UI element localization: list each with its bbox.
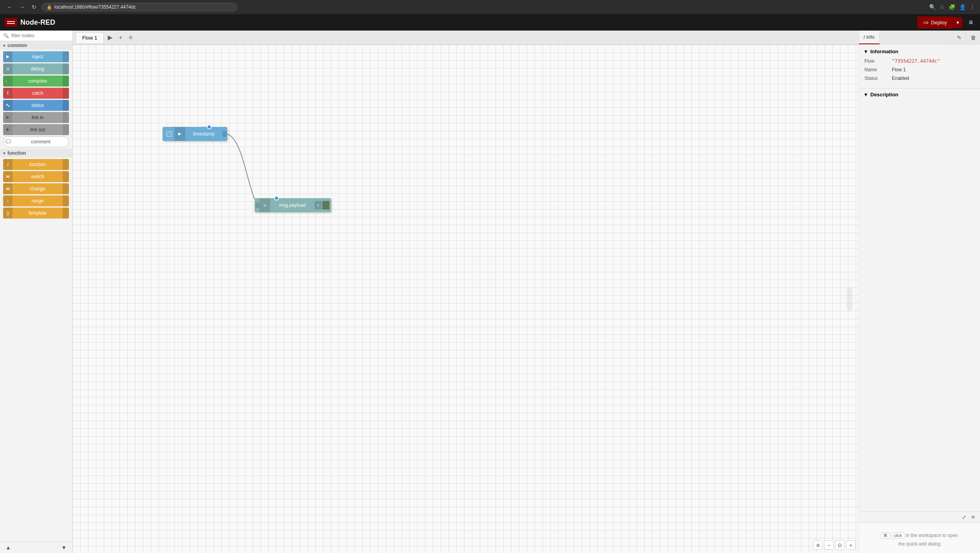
bookmark-icon[interactable]: ☆: [940, 4, 945, 10]
search-icon[interactable]: 🔍: [929, 4, 936, 10]
sidebar-node-comment[interactable]: comment: [3, 136, 69, 147]
app-name: Node-RED: [20, 18, 55, 27]
sidebar-filter[interactable]: 🔍: [0, 31, 72, 41]
complete-label: complete: [13, 78, 63, 84]
sidebar-node-link-in[interactable]: link in: [3, 112, 69, 123]
browser-menu-icon[interactable]: ⋮: [970, 4, 975, 10]
footer-content: ⌘ click in the workspace to open the qui…: [865, 532, 974, 547]
scroll-up-button[interactable]: ▲: [3, 544, 13, 551]
canvas[interactable]: timestamp ≡ msg.payload ≡: [72, 45, 859, 553]
debug-green-indicator: [322, 201, 329, 210]
scroll-down-button[interactable]: ▼: [59, 544, 69, 551]
delete-action-button[interactable]: 🗑: [966, 31, 980, 45]
zoom-in-button[interactable]: +: [846, 540, 855, 550]
app-menu-button[interactable]: ≡: [966, 17, 975, 28]
zoom-out-button[interactable]: −: [824, 540, 834, 550]
filter-icon: 🔍: [3, 33, 9, 38]
flow-tab-label: Flow 1: [82, 35, 97, 41]
svg-marker-3: [6, 128, 9, 131]
forward-button[interactable]: →: [17, 3, 27, 11]
category-common[interactable]: ▾ common: [0, 41, 72, 50]
template-label: template: [13, 210, 63, 216]
status-port-right: [63, 100, 69, 111]
profile-icon[interactable]: 👤: [959, 4, 966, 10]
canvas-fit-button[interactable]: ⊞: [813, 540, 823, 550]
svg-line-5: [7, 143, 7, 143]
category-common-label: common: [7, 43, 27, 48]
inject-icon: [3, 51, 13, 62]
right-panel-content: ▾ Information Flow "73554227.4474dc" Nam…: [859, 45, 980, 511]
sidebar-node-change[interactable]: change: [3, 183, 69, 194]
zoom-reset-button[interactable]: ⊙: [835, 540, 844, 550]
info-icon: i: [864, 34, 865, 40]
sidebar-node-link-out[interactable]: link out: [3, 124, 69, 135]
category-function-label: function: [7, 150, 26, 156]
extension-icon[interactable]: 🧩: [949, 4, 955, 10]
name-value: Flow 1: [892, 67, 906, 72]
footer-shortcut-line: ⌘ click in the workspace to open: [881, 532, 958, 539]
svg-marker-0: [6, 55, 9, 58]
change-icon: [3, 183, 13, 194]
category-function[interactable]: ▾ function: [0, 149, 72, 157]
tab-info-label: info: [866, 34, 875, 40]
debug-list-icon: ≡: [315, 201, 322, 210]
sidebar-node-inject[interactable]: inject: [3, 51, 69, 62]
template-port-right: [63, 208, 69, 219]
sidebar-node-catch[interactable]: ! catch: [3, 88, 69, 99]
refresh-button[interactable]: ↻: [30, 3, 38, 11]
link-out-icon: [3, 124, 13, 135]
change-label: change: [13, 186, 63, 192]
list-flows-button[interactable]: ≡: [127, 33, 135, 42]
sidebar-node-status[interactable]: status: [3, 100, 69, 111]
right-panel-resize: ⤢ ✕: [859, 511, 980, 522]
change-port-right: [63, 183, 69, 194]
sidebar-node-complete[interactable]: ! complete: [3, 76, 69, 87]
catch-port-right: [63, 88, 69, 99]
information-header[interactable]: ▾ Information: [864, 49, 975, 54]
deploy-dropdown-button[interactable]: ▾: [953, 17, 962, 28]
deploy-button[interactable]: ⇨ Deploy: [917, 16, 953, 29]
sidebar-node-range[interactable]: i range: [3, 195, 69, 206]
sidebar-node-template[interactable]: {} template: [3, 208, 69, 219]
right-panel: i info ✎ 🗑 ▾ Information Flow: [859, 31, 980, 553]
resize-close-button[interactable]: ✕: [969, 513, 977, 521]
range-icon: i: [3, 195, 13, 206]
link-in-label: link in: [13, 115, 63, 120]
timestamp-label: timestamp: [185, 131, 222, 137]
add-flow-button[interactable]: +: [116, 33, 125, 42]
common-node-list: inject ≡ debug ! complete ! catch: [0, 50, 72, 149]
description-section: ▾ Description: [859, 88, 980, 101]
flow-tab-flow1[interactable]: Flow 1: [76, 32, 104, 43]
link-out-port-right: [63, 124, 69, 135]
description-header[interactable]: ▾ Description: [864, 92, 975, 98]
flow-tabs: Flow 1 ▶ + ≡: [72, 31, 859, 45]
back-button[interactable]: ←: [5, 3, 14, 11]
debug-label: debug: [13, 66, 63, 72]
secure-icon: 🔒: [47, 5, 52, 10]
canvas-node-timestamp[interactable]: timestamp: [163, 127, 227, 141]
right-panel-tabs: i info ✎ 🗑: [859, 31, 980, 45]
browser-icons: 🔍 ☆ 🧩 👤 ⋮: [929, 4, 975, 10]
chevron-down-icon-info: ▾: [864, 49, 867, 54]
sidebar-node-switch[interactable]: switch: [3, 171, 69, 182]
status-value: Enabled: [892, 76, 909, 81]
debug-icon: ≡: [3, 63, 13, 74]
resize-expand-button[interactable]: ⤢: [960, 513, 968, 521]
info-row-name: Name Flow 1: [864, 67, 975, 72]
address-bar[interactable]: 🔒 localhost:1880/#flow/73554227.4474dc: [42, 3, 237, 11]
timestamp-node-icon: [174, 127, 185, 141]
canvas-scrollbar[interactable]: [847, 287, 852, 311]
footer-text: in the workspace to open: [906, 533, 958, 538]
status-label: status: [13, 103, 63, 108]
info-section: ▾ Information Flow "73554227.4474dc" Nam…: [859, 45, 980, 88]
inject-label: inject: [13, 54, 63, 60]
run-flow-button[interactable]: ▶: [105, 33, 115, 42]
sidebar-node-function[interactable]: f function: [3, 159, 69, 170]
info-row-flow: Flow "73554227.4474dc": [864, 58, 975, 64]
canvas-node-msg-payload[interactable]: ≡ msg.payload ≡: [255, 198, 331, 212]
filter-input[interactable]: [11, 33, 70, 38]
edit-action-button[interactable]: ✎: [952, 31, 966, 45]
sidebar-node-debug[interactable]: ≡ debug: [3, 63, 69, 74]
timestamp-checkbox[interactable]: [164, 127, 174, 141]
tab-info[interactable]: i info: [859, 31, 880, 44]
